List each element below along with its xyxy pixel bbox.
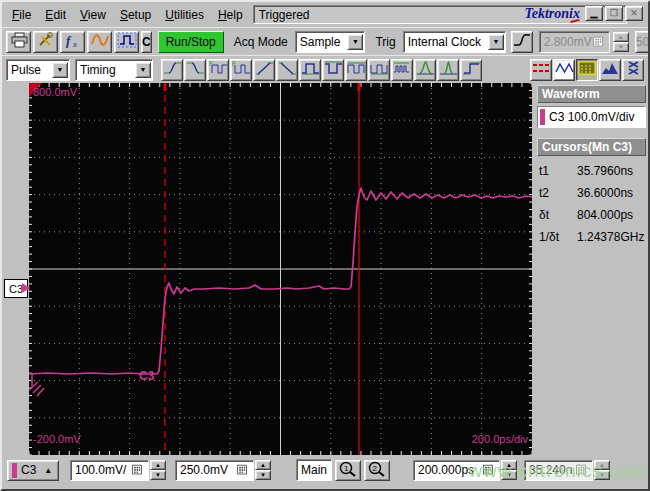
spin-down-icon[interactable]: ▼ <box>150 470 166 480</box>
screen-grid-button[interactable] <box>576 59 598 81</box>
keypad-icon[interactable] <box>131 462 147 478</box>
measurement-toolbar: FF <box>161 59 482 81</box>
pos-width-f-icon: F <box>208 60 228 79</box>
pos-pulse-button[interactable] <box>299 59 321 81</box>
keypad-icon[interactable] <box>482 462 498 478</box>
trig-slope-button[interactable] <box>511 31 533 53</box>
fall-time-button[interactable] <box>184 59 206 81</box>
minimize-icon: ▁ <box>591 9 598 18</box>
waveform-icon <box>90 32 110 51</box>
neg-duty-button[interactable] <box>368 59 390 81</box>
zoom-1-button[interactable]: 1 <box>335 460 361 481</box>
neg-width-f-icon: F <box>231 60 251 79</box>
close-button[interactable]: ✕ <box>625 6 643 21</box>
main-toolbar: fx C Run/Stop Acq Mode Sample ▼ Trig Int… <box>2 27 648 55</box>
svg-text:f: f <box>66 33 72 48</box>
keypad-icon[interactable] <box>592 34 608 50</box>
flyout-arrow-icon: ▲ <box>44 466 52 475</box>
readout-δt: δt804.000ps <box>539 204 646 226</box>
waveform-list-item[interactable]: C3 100.0mV/div <box>537 106 646 128</box>
function-button[interactable]: fx <box>60 31 85 53</box>
spin-up-icon[interactable]: ▲ <box>255 460 271 470</box>
restore-button[interactable]: ❐ <box>605 6 623 21</box>
screen-grid-icon <box>577 60 597 79</box>
window-controls: ▁ ❐ ✕ <box>585 6 643 21</box>
trig-level-field[interactable]: 2.800mV <box>539 31 610 53</box>
meas-category-dropdown-arrow-icon[interactable]: ▼ <box>52 62 68 78</box>
burst-button[interactable] <box>391 59 413 81</box>
minimize-button[interactable]: ▁ <box>585 6 603 21</box>
hbars-cursor-icon <box>531 60 551 79</box>
meas-subcategory-value: Timing <box>80 63 134 77</box>
keypad-icon[interactable] <box>236 462 252 478</box>
spin-up-icon[interactable]: ▲ <box>150 460 166 470</box>
meas-category-select[interactable]: Pulse ▼ <box>6 59 70 81</box>
channel-color-swatch <box>540 109 545 125</box>
neg-pulse-button[interactable] <box>322 59 344 81</box>
menu-bar-items: FileEditViewSetupUtilitiesHelp <box>5 5 250 25</box>
horizontal-position-field[interactable]: 35.240n <box>524 460 593 481</box>
gaussian-button[interactable] <box>437 59 459 81</box>
graticule[interactable]: 800.0mV-200.0mV200.0ps/divC3 <box>29 83 532 455</box>
zoom-2-button[interactable]: 2 <box>364 460 390 481</box>
pulse-select-button[interactable] <box>114 31 139 53</box>
hbars-cursor-button[interactable] <box>530 59 552 81</box>
acq-mode-select[interactable]: Sample ▼ <box>295 31 366 53</box>
spin-down-icon[interactable]: ▼ <box>255 470 271 480</box>
display-area: C3 800.0mV-200.0mV200.0ps/divC3 Waveform… <box>2 83 648 455</box>
graticule-svg[interactable]: 800.0mV-200.0mV200.0ps/divC3 <box>29 83 532 455</box>
spin-up-icon[interactable]: ▲ <box>501 460 517 470</box>
vertical-scale-field[interactable]: 100.0mV/ <box>70 460 149 481</box>
tools-button[interactable] <box>33 31 58 53</box>
pos-duty-icon <box>346 60 366 79</box>
svg-text:x: x <box>72 39 77 48</box>
waveform-item-label: C3 100.0mV/div <box>549 110 634 124</box>
tools-icon <box>36 32 56 51</box>
menu-view[interactable]: View <box>73 5 113 25</box>
acq-mode-value: Sample <box>300 35 347 49</box>
timebase-view-label: Main <box>301 463 327 477</box>
neg-width-f-button[interactable]: F <box>230 59 252 81</box>
histogram-button[interactable] <box>599 59 621 81</box>
trig-source-dropdown-arrow-icon[interactable]: ▼ <box>488 34 504 50</box>
channel-select-button[interactable]: C3 ▲ <box>7 460 59 481</box>
trig-source-select[interactable]: Internal Clock ▼ <box>403 31 506 53</box>
pos-width-f-button[interactable]: F <box>207 59 229 81</box>
rise-time-button[interactable] <box>161 59 183 81</box>
horizontal-scale-field[interactable]: 200.000ps <box>413 460 500 481</box>
channel-swatch <box>12 463 17 478</box>
neg-slope-button[interactable] <box>276 59 298 81</box>
menu-file[interactable]: File <box>5 5 38 25</box>
readout-t1: t135.7960ns <box>539 160 646 182</box>
acq-mode-dropdown-arrow-icon[interactable]: ▼ <box>347 34 363 50</box>
menu-utilities[interactable]: Utilities <box>158 5 211 25</box>
burst-icon <box>392 60 412 79</box>
menu-help[interactable]: Help <box>211 5 250 25</box>
channel-position-marker[interactable]: C3 <box>4 279 28 298</box>
meas-subcategory-dropdown-arrow-icon[interactable]: ▼ <box>135 62 151 78</box>
set-50-percent-button[interactable]: 50% <box>635 31 650 53</box>
printer-button[interactable] <box>6 31 31 53</box>
readout-value: 35.7960ns <box>577 164 633 178</box>
vbars-cursor-button[interactable] <box>553 59 575 81</box>
step-button[interactable] <box>460 59 482 81</box>
trig-level-spin-up-icon[interactable]: ▲ <box>613 32 629 42</box>
neg-pulse-icon <box>323 60 343 79</box>
close-icon: ✕ <box>630 9 638 18</box>
pos-peak-button[interactable] <box>414 59 436 81</box>
c-mode-button[interactable]: C <box>141 31 152 53</box>
run-stop-button[interactable]: Run/Stop <box>158 31 224 53</box>
trig-level-spin-down-icon[interactable]: ▼ <box>613 42 629 52</box>
menu-setup[interactable]: Setup <box>113 5 158 25</box>
menu-edit[interactable]: Edit <box>38 5 73 25</box>
spin-down-icon[interactable]: ▼ <box>501 470 517 480</box>
vertical-offset-field[interactable]: 250.0mV <box>175 460 254 481</box>
waveform-database-button[interactable] <box>622 59 644 81</box>
waveform-button[interactable] <box>87 31 112 53</box>
timebase-view-button[interactable]: Main <box>296 459 332 481</box>
meas-subcategory-select[interactable]: Timing ▼ <box>75 59 153 81</box>
pos-duty-button[interactable] <box>345 59 367 81</box>
spin-down-icon: ▼ <box>594 470 610 480</box>
pos-slope-button[interactable] <box>253 59 275 81</box>
vertical-scale-value: 100.0mV/ <box>75 463 131 477</box>
